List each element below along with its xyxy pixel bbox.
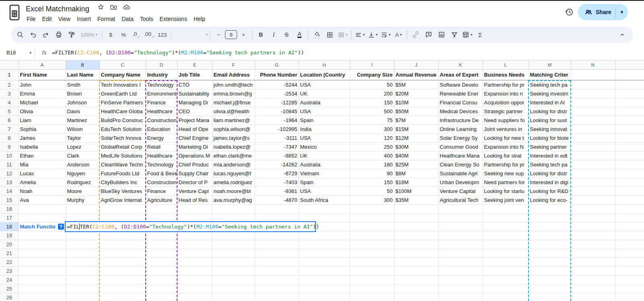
row-header-13[interactable]: 13	[0, 178, 19, 187]
cell-F24[interactable]	[212, 276, 255, 284]
cell-H3[interactable]: UK	[299, 89, 350, 98]
cell-K9[interactable]: Consumer Good	[438, 142, 483, 151]
cell-L4[interactable]: Acquisition oppor	[483, 98, 528, 107]
column-header-M[interactable]: M	[528, 60, 571, 69]
cell-I24[interactable]	[350, 276, 394, 284]
cell-K15[interactable]: Agricultural Tech	[438, 195, 483, 204]
cell-F8[interactable]: james.taylor@s	[212, 133, 255, 142]
cell-F15[interactable]: ava.murphy@ag	[212, 195, 255, 204]
cell-tail26[interactable]	[615, 293, 644, 301]
cell-tail8[interactable]	[615, 133, 644, 142]
cell-tail18[interactable]	[615, 222, 644, 231]
cell-C5[interactable]: HealthCare Globa	[99, 107, 146, 116]
cell-I25[interactable]	[350, 284, 394, 293]
cell-E6[interactable]: Project Mana	[177, 116, 212, 125]
cell-I14[interactable]: 50	[350, 187, 394, 195]
increase-decimal-button[interactable]: .00→	[143, 29, 156, 40]
cell-H12[interactable]: Vietnam	[299, 169, 350, 178]
cell-D6[interactable]: Construction	[146, 116, 177, 125]
cell-L16[interactable]	[483, 204, 528, 213]
cell-tail13[interactable]	[615, 178, 644, 187]
cell-F1[interactable]: Email Address	[212, 69, 255, 80]
cell-B20[interactable]	[66, 240, 99, 249]
select-all-corner[interactable]	[0, 60, 19, 69]
cell-F11[interactable]: mia.anderson@	[212, 160, 255, 169]
cell-B12[interactable]: Nguyen	[66, 169, 99, 178]
cell-L12[interactable]: Seeking new sup	[483, 169, 528, 178]
cell-B25[interactable]	[66, 284, 99, 293]
cell-K3[interactable]: Renewable Ener	[438, 89, 483, 98]
cell-D2[interactable]: Technology	[146, 80, 177, 89]
cell-I4[interactable]: 150	[350, 98, 394, 107]
cell-M2[interactable]: Seeking tech pa	[528, 80, 571, 89]
cell-D9[interactable]: Retail	[146, 142, 177, 151]
cell-H15[interactable]: South Africa	[299, 195, 350, 204]
cell-K23[interactable]	[438, 267, 483, 276]
cell-E1[interactable]: Job Title	[177, 69, 212, 80]
cell-E20[interactable]	[177, 240, 212, 249]
cell-L22[interactable]	[483, 258, 528, 267]
cell-H22[interactable]	[299, 258, 350, 267]
menu-format[interactable]: Format	[94, 15, 118, 23]
cell-G16[interactable]	[255, 204, 299, 213]
cell-G12[interactable]: -6729	[255, 169, 299, 178]
cell-K13[interactable]: Urban Developm	[438, 178, 483, 187]
cell-N18[interactable]	[571, 222, 615, 231]
cell-M15[interactable]: Looking for eco-	[528, 195, 571, 204]
cell-N3[interactable]	[571, 89, 615, 98]
cell-L8[interactable]: Looking for new t	[483, 133, 528, 142]
cell-M20[interactable]	[528, 240, 571, 249]
cell-G21[interactable]	[255, 249, 299, 258]
row-header-15[interactable]: 15	[0, 195, 19, 204]
cell-C13[interactable]: CityBuilders Inc	[99, 178, 146, 187]
cell-B26[interactable]	[66, 293, 99, 301]
cell-D8[interactable]: Energy	[146, 133, 177, 142]
cell-G8[interactable]: -3111	[255, 133, 299, 142]
cell-L14[interactable]: Looking for startu	[483, 187, 528, 195]
cell-L26[interactable]	[483, 293, 528, 301]
cell-D11[interactable]: Technology	[146, 160, 177, 169]
cell-L25[interactable]	[483, 284, 528, 293]
cell-C3[interactable]: GreenEarth Ltd	[99, 89, 146, 98]
cell-M6[interactable]: Looking for sust	[528, 116, 571, 125]
cell-I19[interactable]	[350, 231, 394, 240]
cell-D10[interactable]: Healthcare	[146, 151, 177, 160]
insert-comment-button[interactable]	[422, 29, 435, 40]
cell-E21[interactable]	[177, 249, 212, 258]
cell-tail11[interactable]	[615, 160, 644, 169]
cell-H11[interactable]: Australia	[299, 160, 350, 169]
cell-K17[interactable]	[438, 213, 483, 222]
cell-A26[interactable]	[19, 293, 66, 301]
cell-J21[interactable]	[394, 249, 438, 258]
cell-K26[interactable]	[438, 293, 483, 301]
cell-C16[interactable]	[99, 204, 146, 213]
cell-N11[interactable]	[571, 160, 615, 169]
cell-D17[interactable]	[146, 213, 177, 222]
cell-F16[interactable]	[212, 204, 255, 213]
cell-B8[interactable]: Taylor	[66, 133, 99, 142]
row-header-7[interactable]: 7	[0, 125, 19, 133]
cell-M10[interactable]: Interested in edt	[528, 151, 571, 160]
cell-J13[interactable]: $18M	[394, 178, 438, 187]
cell-K14[interactable]: Venture Capital	[438, 187, 483, 195]
cell-K10[interactable]: Healthcare Mana	[438, 151, 483, 160]
cell-B17[interactable]	[66, 213, 99, 222]
cell-A6[interactable]: Liam	[19, 116, 66, 125]
vertical-align-button[interactable]: ▾	[366, 29, 379, 40]
menu-edit[interactable]: Edit	[39, 15, 55, 23]
cell-N5[interactable]	[571, 107, 615, 116]
cell-E25[interactable]	[177, 284, 212, 293]
cell-H13[interactable]: Spain	[299, 178, 350, 187]
cell-J22[interactable]	[394, 258, 438, 267]
cell-N1[interactable]	[571, 69, 615, 80]
row-header-6[interactable]: 6	[0, 116, 19, 125]
name-box[interactable]: B18 ▾	[0, 50, 35, 56]
cell-D19[interactable]	[146, 231, 177, 240]
cell-G6[interactable]: -1964	[255, 116, 299, 125]
cell-H16[interactable]	[299, 204, 350, 213]
cell-J4[interactable]: $10M	[394, 98, 438, 107]
cell-H10[interactable]: UK	[299, 151, 350, 160]
row-header-21[interactable]: 21	[0, 249, 19, 258]
cell-K12[interactable]: Sustainable Agri	[438, 169, 483, 178]
cell-J19[interactable]	[394, 231, 438, 240]
